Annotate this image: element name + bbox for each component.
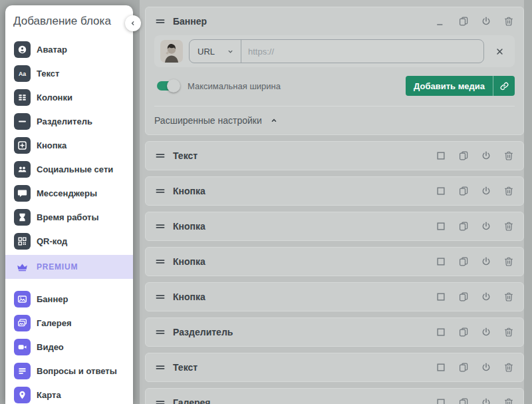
sidebar-item-map[interactable]: Карта [5,383,133,404]
chevron-left-icon [128,19,138,28]
media-type-select[interactable]: URL [190,40,241,63]
block-list-panel: Баннер [140,0,532,404]
maximize-icon[interactable] [435,220,447,232]
delete-icon[interactable] [503,361,515,373]
delete-icon[interactable] [503,220,515,232]
duplicate-icon[interactable] [458,220,469,232]
delete-icon[interactable] [503,256,515,268]
block-row[interactable]: Кнопка [145,247,524,276]
drag-handle-icon[interactable] [154,256,166,268]
sidebar-item-text[interactable]: Aa Текст [5,61,133,85]
maximize-icon[interactable] [435,256,447,268]
block-row[interactable]: Кнопка [145,176,524,206]
advanced-settings-label: Расширенные настройки [154,115,262,126]
drag-handle-icon[interactable] [154,15,166,27]
add-media-link-button[interactable] [493,76,515,96]
block-row[interactable]: Текст [145,353,524,382]
duplicate-icon[interactable] [458,291,469,303]
duplicate-icon[interactable] [458,150,469,162]
sidebar-item-columns[interactable]: Колонки [5,85,133,109]
minimize-icon[interactable] [435,15,447,27]
drag-handle-icon[interactable] [154,326,166,338]
duplicate-icon[interactable] [458,397,469,404]
maximize-icon[interactable] [435,291,447,303]
block-row[interactable]: Кнопка [145,212,524,241]
svg-text:Aa: Aa [19,70,26,77]
drag-handle-icon[interactable] [154,361,166,373]
remove-media-button[interactable] [490,47,509,57]
block-row[interactable]: Текст [145,141,524,170]
video-icon [14,339,31,355]
sidebar-item-working-hours[interactable]: Время работы [5,205,133,229]
image-icon [14,291,31,307]
section-divider [154,106,515,106]
maximize-icon[interactable] [435,397,447,404]
power-toggle-icon[interactable] [480,150,492,162]
duplicate-icon[interactable] [458,256,469,268]
power-toggle-icon[interactable] [480,220,492,232]
media-thumbnail[interactable] [160,40,183,63]
power-toggle-icon[interactable] [480,15,492,27]
block-actions [435,361,515,373]
delete-icon[interactable] [503,15,515,27]
hourglass-icon [14,209,31,226]
drag-handle-icon[interactable] [154,150,166,162]
max-width-label: Максимальная ширина [188,81,281,91]
sidebar-item-label: Время работы [37,212,99,222]
duplicate-icon[interactable] [458,15,469,27]
sidebar-item-social[interactable]: Социальные сети [5,157,133,181]
maximize-icon[interactable] [435,185,447,197]
sidebar-item-banner[interactable]: Баннер [5,287,133,311]
maximize-icon[interactable] [435,150,447,162]
power-toggle-icon[interactable] [480,185,492,197]
banner-media-row: URL [154,35,515,67]
media-type-value: URL [198,47,215,57]
advanced-settings-toggle[interactable]: Расширенные настройки [154,115,515,126]
maximize-icon[interactable] [435,361,447,373]
portrait-photo [160,40,183,63]
block-row[interactable]: Галерея [145,388,524,404]
sidebar-item-button[interactable]: Кнопка [5,133,133,157]
max-width-toggle[interactable] [157,81,178,91]
sidebar-item-faq[interactable]: Вопросы и ответы [5,359,133,383]
delete-icon[interactable] [503,150,515,162]
media-url-input[interactable] [241,47,483,57]
delete-icon[interactable] [503,185,515,197]
delete-icon[interactable] [503,326,515,338]
drag-handle-icon[interactable] [154,291,166,303]
maximize-icon[interactable] [435,326,447,338]
drag-handle-icon[interactable] [154,397,166,404]
media-url-box: URL [189,39,484,63]
sidebar-item-divider[interactable]: Разделитель [5,109,133,133]
power-toggle-icon[interactable] [480,397,492,404]
sidebar-collapse-button[interactable] [125,15,141,31]
sidebar-item-label: Вопросы и ответы [37,366,117,376]
sidebar-item-avatar[interactable]: Аватар [5,37,133,61]
duplicate-icon[interactable] [458,326,469,338]
duplicate-icon[interactable] [458,361,469,373]
chevron-up-icon [269,115,279,126]
sidebar-title: Добавление блока [5,5,133,37]
power-toggle-icon[interactable] [480,326,492,338]
power-toggle-icon[interactable] [480,291,492,303]
sidebar-item-video[interactable]: Видео [5,335,133,359]
drag-handle-icon[interactable] [154,220,166,232]
close-icon [495,47,505,57]
drag-handle-icon[interactable] [154,185,166,197]
max-width-row: Максимальная ширина Добавить медиа [154,76,515,96]
power-toggle-icon[interactable] [480,256,492,268]
block-row[interactable]: Разделитель [145,317,524,347]
sidebar-item-gallery[interactable]: Галерея [5,311,133,335]
sidebar-item-qr-code[interactable]: QR-код [5,229,133,253]
duplicate-icon[interactable] [458,185,469,197]
power-toggle-icon[interactable] [480,361,492,373]
delete-icon[interactable] [503,291,515,303]
delete-icon[interactable] [503,397,515,404]
sidebar-item-label: Разделитель [37,116,92,126]
banner-block-title: Баннер [173,16,207,27]
sidebar-item-messengers[interactable]: Мессенджеры [5,181,133,205]
block-title: Кнопка [173,221,205,232]
block-row[interactable]: Кнопка [145,282,524,311]
add-media-button[interactable]: Добавить медиа [406,76,493,96]
sidebar-item-premium[interactable]: PREMIUM [5,255,133,279]
